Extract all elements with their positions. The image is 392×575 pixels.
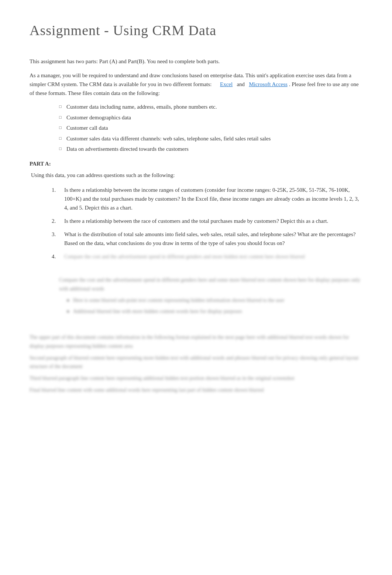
question-3: 3. What is the distribution of total sal… (55, 230, 362, 248)
excel-link[interactable]: Excel (220, 81, 233, 87)
intro-paragraph-2: As a manager, you will be required to un… (30, 71, 362, 98)
access-link[interactable]: Microsoft Access (249, 81, 288, 87)
feature-bullet-list: Customer data including name, address, e… (59, 103, 362, 153)
q2-text: Is there a relationship between the race… (64, 218, 328, 224)
question-2: 2. Is there a relationship between the r… (55, 217, 362, 225)
list-item: Customer demographics data (59, 113, 362, 122)
q4-blurred-text: Compare the cost and the advertisement s… (64, 254, 305, 259)
q4-num: 4. (52, 252, 56, 261)
q1-text: Is there a relationship between the inco… (64, 187, 359, 211)
page-title: Assignment - Using CRM Data (30, 22, 362, 38)
and-text: and (237, 81, 245, 87)
part-a-intro: Using this data, you can address questio… (30, 171, 362, 180)
list-item: Customer call data (59, 124, 362, 132)
q1-num: 1. (52, 186, 56, 194)
list-item: Data on advertisements directed towards … (59, 145, 362, 153)
questions-list: 1. Is there a relationship between the i… (55, 186, 362, 261)
blurred-bottom-block: The upper part of this document contains… (30, 333, 362, 395)
question-4: 4. Compare the cost and the advertisemen… (55, 252, 362, 261)
blurred-middle-block: Compare the cost and the advertisement s… (59, 272, 362, 322)
q3-text: What is the distribution of total sale a… (64, 231, 355, 246)
q3-num: 3. (52, 230, 56, 239)
question-1: 1. Is there a relationship between the i… (55, 186, 362, 212)
q2-num: 2. (52, 217, 56, 225)
part-a-heading: PART A: (30, 161, 362, 167)
intro-paragraph-1: This assignment has two parts: Part (A) … (30, 57, 362, 66)
list-item: Customer sales data via different channe… (59, 135, 362, 143)
list-item: Customer data including name, address, e… (59, 103, 362, 111)
